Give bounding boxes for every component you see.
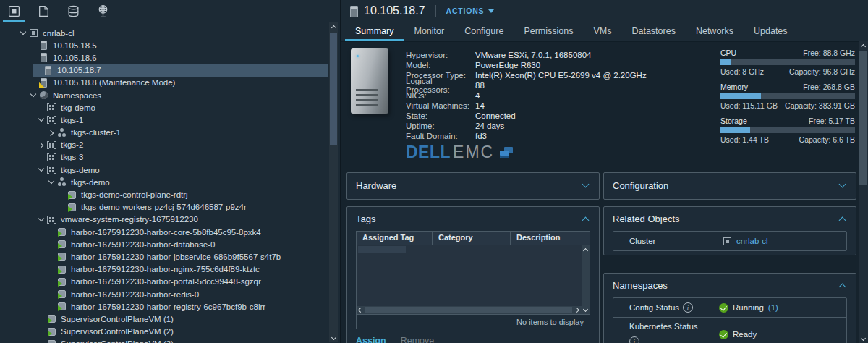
tree-item-label: 10.105.18.6 xyxy=(53,54,97,62)
storage-nav-icon[interactable] xyxy=(61,0,85,22)
tab-networks[interactable]: Networks xyxy=(686,26,744,41)
tab-configure[interactable]: Configure xyxy=(454,26,514,41)
vms-and-templates-nav-icon[interactable] xyxy=(31,0,56,22)
scroll-up-icon[interactable] xyxy=(582,245,590,254)
meter-name: Memory xyxy=(720,82,748,91)
tags-table-header: Assigned TagCategoryDescription xyxy=(357,232,590,245)
tags-vertical-scrollbar[interactable] xyxy=(582,245,590,314)
tree-item[interactable]: tkgs-demo xyxy=(0,164,328,176)
tree-item-label: tkgs-demo xyxy=(61,166,100,174)
chevron-down-icon[interactable] xyxy=(838,181,847,190)
tree-item[interactable]: tkgs-demo-control-plane-rdtrj xyxy=(0,188,328,200)
tree-item-label: 10.105.18.7 xyxy=(57,66,101,75)
tab-updates[interactable]: Updates xyxy=(744,26,798,41)
status-count-link[interactable]: (1) xyxy=(768,303,778,312)
scroll-up-icon[interactable] xyxy=(329,22,338,31)
namespace-icon xyxy=(47,153,56,162)
tree-item[interactable]: SupervisorControlPlaneVM (3) xyxy=(0,338,328,343)
tree-item[interactable]: 10.105.18.7 xyxy=(33,64,328,77)
divider xyxy=(435,5,436,17)
chevron-down-icon[interactable] xyxy=(47,177,56,187)
tree-item[interactable]: tkgs-cluster-1 xyxy=(0,127,328,139)
chevron-up-icon[interactable] xyxy=(838,281,847,290)
chevron-down-icon[interactable] xyxy=(582,181,590,190)
remove-tag-button[interactable]: Remove xyxy=(401,336,435,343)
tab-vms[interactable]: VMs xyxy=(583,26,621,41)
tab-datastores[interactable]: Datastores xyxy=(621,26,685,41)
scroll-up-icon[interactable] xyxy=(859,41,868,50)
tree-item[interactable]: harbor-1675912230-harbor-redis-0 xyxy=(0,288,328,300)
info-icon[interactable] xyxy=(629,336,639,343)
tags-column-header[interactable]: Assigned Tag xyxy=(357,232,433,245)
tags-column-header[interactable]: Category xyxy=(433,232,511,245)
tags-horizontal-scrollbar[interactable] xyxy=(357,306,582,314)
hosts-and-clusters-nav-icon[interactable] xyxy=(1,0,26,22)
scrollbar-thumb[interactable] xyxy=(330,33,337,145)
meter-bar xyxy=(720,127,855,133)
tree-item[interactable]: 10.105.18.6 xyxy=(0,51,328,64)
chevron-up-icon[interactable] xyxy=(582,215,590,224)
networking-nav-icon[interactable] xyxy=(90,0,115,22)
tab-monitor[interactable]: Monitor xyxy=(404,26,454,41)
scroll-down-icon[interactable] xyxy=(329,334,338,342)
host-detail-row: Logical Processors:88 xyxy=(406,80,647,90)
chevron-right-icon[interactable] xyxy=(47,128,56,137)
scrollbar-thumb[interactable] xyxy=(365,307,572,313)
host-detail-label: State: xyxy=(406,111,475,120)
host-detail-value: 88 xyxy=(475,81,485,90)
scrollbar-thumb[interactable] xyxy=(859,51,867,185)
tree-item[interactable]: tkg-demo xyxy=(0,101,328,114)
chevron-down-icon[interactable] xyxy=(37,165,46,174)
info-icon[interactable] xyxy=(683,302,693,313)
actions-menu-button[interactable]: ACTIONS xyxy=(446,7,495,15)
tree-item[interactable]: vmware-system-registry-1675912230 xyxy=(0,213,328,226)
chevron-down-icon[interactable] xyxy=(37,215,46,224)
vm-icon xyxy=(57,265,67,274)
vm-icon xyxy=(67,203,77,212)
host-detail-row: Fault Domain:fd3 xyxy=(406,131,647,141)
tree-item[interactable]: tkgs-3 xyxy=(0,151,328,164)
chevron-down-icon[interactable] xyxy=(37,115,46,124)
meter-bar xyxy=(720,59,855,65)
tree-item-label: 10.105.18.8 (Maintenance Mode) xyxy=(53,78,175,87)
host-detail-value: PowerEdge R630 xyxy=(475,61,540,69)
meter-top-row: StorageFree: 5.17 TB xyxy=(720,117,855,125)
scroll-down-icon[interactable] xyxy=(859,334,868,343)
tree-item[interactable]: harbor-1675912230-harbor-registry-6c967b… xyxy=(0,300,328,313)
chevron-right-icon[interactable] xyxy=(37,140,46,150)
tree-item[interactable]: harbor-1675912230-harbor-core-5b8fb45c95… xyxy=(0,226,328,238)
tab-permissions[interactable]: Permissions xyxy=(514,26,583,41)
chevron-down-icon[interactable] xyxy=(19,28,28,38)
tree-item[interactable]: harbor-1675912230-harbor-jobservice-686b… xyxy=(0,250,328,263)
tree-item-label: tkg-demo xyxy=(61,103,95,112)
scroll-left-icon[interactable] xyxy=(357,306,365,314)
cluster-link[interactable]: cnrlab-cl xyxy=(722,237,767,246)
assign-tag-button[interactable]: Assign xyxy=(356,336,386,343)
tree-item[interactable]: tkgs-demo xyxy=(0,176,328,188)
tree-item[interactable]: 10.105.18.8 (Maintenance Mode) xyxy=(0,77,328,89)
tree-item[interactable]: tkgs-2 xyxy=(0,139,328,151)
cluster-link-label[interactable]: cnrlab-cl xyxy=(736,237,767,245)
tree-item[interactable]: SupervisorControlPlaneVM (2) xyxy=(0,326,328,338)
tags-column-header[interactable]: Description xyxy=(511,232,590,245)
tree-item[interactable]: 10.105.18.5 xyxy=(0,39,328,51)
tree-item[interactable]: tkgs-demo-workers-pz4cj-574d646587-p9z4r xyxy=(0,201,328,213)
tree-item[interactable]: cnrlab-cl xyxy=(0,27,328,39)
tab-summary[interactable]: Summary xyxy=(345,26,404,41)
tree-item[interactable]: harbor-1675912230-harbor-portal-5dcc9944… xyxy=(0,276,328,288)
tree-item[interactable]: SupervisorControlPlaneVM (1) xyxy=(0,313,328,325)
chevron-up-icon[interactable] xyxy=(838,215,847,224)
vendor-console-icon[interactable] xyxy=(500,147,513,158)
configuration-panel: Configuration xyxy=(603,172,856,200)
tree-item[interactable]: tkgs-1 xyxy=(0,114,328,126)
scroll-down-icon[interactable] xyxy=(582,305,590,314)
tree-item-label: SupervisorControlPlaneVM (2) xyxy=(61,327,174,336)
vm-icon xyxy=(57,302,67,311)
chevron-down-icon[interactable] xyxy=(29,90,38,100)
main-scrollbar[interactable] xyxy=(859,41,868,343)
sidebar-scrollbar[interactable] xyxy=(329,22,338,342)
tree-item[interactable]: Namespaces xyxy=(0,89,328,101)
tree-item[interactable]: harbor-1675912230-harbor-database-0 xyxy=(0,238,328,250)
tree-item[interactable]: harbor-1675912230-harbor-nginx-755c6d4f8… xyxy=(0,263,328,276)
scroll-right-icon[interactable] xyxy=(573,306,581,314)
